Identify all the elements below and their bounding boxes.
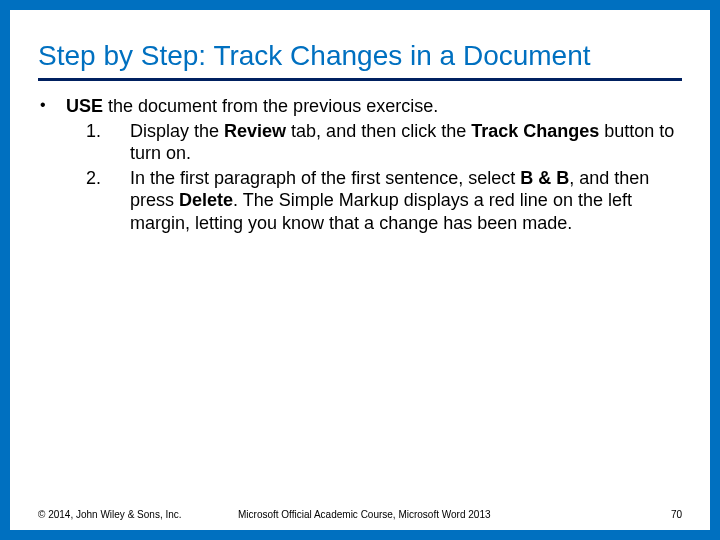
bold-term: Track Changes bbox=[471, 121, 599, 141]
slide-title: Step by Step: Track Changes in a Documen… bbox=[38, 40, 682, 72]
step-indent bbox=[38, 120, 86, 165]
lead-text: USE the document from the previous exerc… bbox=[66, 95, 682, 118]
bold-term: Delete bbox=[179, 190, 233, 210]
footer-copyright: © 2014, John Wiley & Sons, Inc. bbox=[38, 509, 238, 520]
title-rule bbox=[38, 78, 682, 81]
footer: © 2014, John Wiley & Sons, Inc. Microsof… bbox=[38, 509, 682, 520]
step-number: 1. bbox=[86, 120, 130, 165]
text-run: In the first paragraph of the first sent… bbox=[130, 168, 520, 188]
step-text: In the first paragraph of the first sent… bbox=[130, 167, 682, 235]
body-text: • USE the document from the previous exe… bbox=[38, 95, 682, 234]
slide-inner: Step by Step: Track Changes in a Documen… bbox=[10, 10, 710, 530]
bullet-icon: • bbox=[38, 95, 66, 118]
lead-bullet: • USE the document from the previous exe… bbox=[38, 95, 682, 118]
step-row: 1.Display the Review tab, and then click… bbox=[38, 120, 682, 165]
step-text: Display the Review tab, and then click t… bbox=[130, 120, 682, 165]
step-row: 2.In the first paragraph of the first se… bbox=[38, 167, 682, 235]
footer-page: 70 bbox=[642, 509, 682, 520]
step-indent bbox=[38, 167, 86, 235]
lead-rest: the document from the previous exercise. bbox=[103, 96, 438, 116]
text-run: Display the bbox=[130, 121, 224, 141]
text-run: tab, and then click the bbox=[286, 121, 471, 141]
steps-list: 1.Display the Review tab, and then click… bbox=[38, 120, 682, 235]
bold-term: B & B bbox=[520, 168, 569, 188]
lead-bold: USE bbox=[66, 96, 103, 116]
slide-frame: Step by Step: Track Changes in a Documen… bbox=[0, 0, 720, 540]
footer-course: Microsoft Official Academic Course, Micr… bbox=[238, 509, 642, 520]
bold-term: Review bbox=[224, 121, 286, 141]
step-number: 2. bbox=[86, 167, 130, 235]
